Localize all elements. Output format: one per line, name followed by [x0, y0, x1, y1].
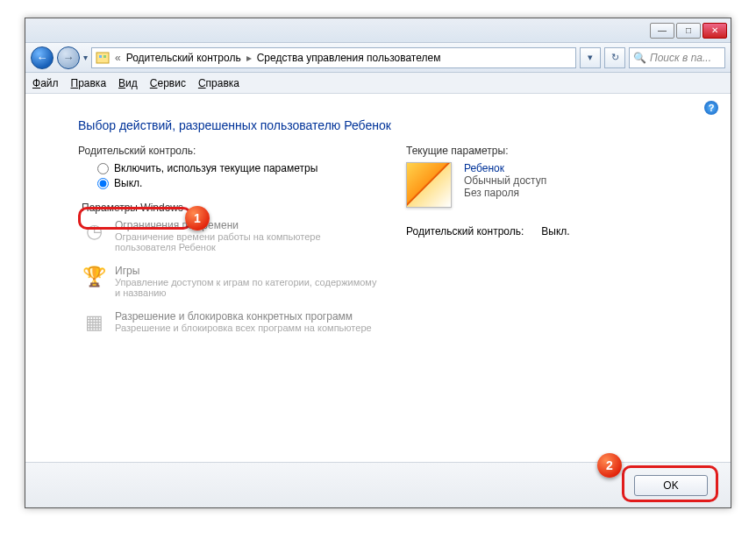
user-password-status: Без пароля — [464, 187, 546, 199]
breadcrumb-item[interactable]: Средства управления пользователем — [257, 52, 441, 64]
option-title: Ограничения по времени — [115, 219, 380, 231]
section-windows-params: Параметры Windows — [82, 202, 380, 214]
option-time-limits: ◷ Ограничения по времени Ограничение вре… — [82, 219, 380, 252]
breadcrumb-item[interactable]: Родительский контроль — [126, 52, 241, 64]
menu-view[interactable]: Вид — [118, 77, 138, 89]
menu-help[interactable]: Справка — [198, 77, 239, 89]
menubar: Файл Правка Вид Сервис Справка — [25, 73, 731, 94]
user-type: Обычный доступ — [464, 174, 546, 187]
status-value: Выкл. — [541, 225, 569, 238]
page-title: Выбор действий, разрешенных пользователю… — [78, 118, 687, 132]
close-button[interactable]: ✕ — [703, 23, 727, 39]
search-icon: 🔍 — [633, 52, 646, 64]
radio-enable[interactable] — [97, 163, 109, 174]
option-title: Разрешение и блокировка конкретных прогр… — [115, 310, 372, 323]
titlebar: — □ ✕ — [25, 18, 731, 43]
svg-rect-1 — [99, 55, 102, 58]
chevron-right-icon: ▸ — [246, 52, 252, 64]
window: — □ ✕ ← → ▾ « Родительский контроль ▸ Ср… — [25, 18, 731, 508]
option-programs: ▦ Разрешение и блокировка конкретных про… — [82, 310, 380, 335]
search-input[interactable]: 🔍 Поиск в па... — [629, 47, 725, 68]
refresh-button[interactable]: ↻ — [604, 47, 625, 68]
radio-disable[interactable] — [97, 178, 109, 189]
section-current-params: Текущие параметры: — [406, 145, 687, 157]
avatar — [406, 162, 452, 208]
forward-button[interactable]: → — [57, 46, 80, 69]
navbar: ← → ▾ « Родительский контроль ▸ Средства… — [25, 43, 731, 73]
option-desc: Ограничение времени работы на компьютере… — [115, 231, 380, 252]
svg-rect-2 — [103, 55, 106, 58]
svg-rect-0 — [96, 53, 109, 63]
radio-disable-label[interactable]: Выкл. — [114, 177, 142, 189]
option-desc: Управление доступом к играм по категории… — [115, 277, 380, 298]
option-title: Игры — [115, 265, 380, 277]
option-desc: Разрешение и блокировка всех программ на… — [115, 323, 372, 333]
ok-button[interactable]: OK — [634, 475, 708, 496]
status-label: Родительский контроль: — [406, 225, 524, 238]
search-placeholder: Поиск в па... — [650, 52, 711, 64]
menu-file[interactable]: Файл — [32, 77, 59, 89]
maximize-button[interactable]: □ — [676, 23, 701, 39]
location-icon — [96, 51, 110, 65]
blocks-icon: ▦ — [82, 310, 106, 335]
breadcrumb-prefix: « — [115, 52, 121, 64]
user-card: Ребенок Обычный доступ Без пароля — [406, 162, 687, 208]
back-button[interactable]: ← — [31, 46, 53, 69]
section-parental-control: Родительский контроль: — [78, 145, 380, 157]
help-icon[interactable]: ? — [704, 101, 718, 115]
radio-enable-label[interactable]: Включить, используя текущие параметры — [114, 162, 317, 174]
address-bar[interactable]: « Родительский контроль ▸ Средства управ… — [91, 47, 576, 68]
trophy-icon: 🏆 — [82, 265, 106, 289]
user-name: Ребенок — [464, 162, 546, 174]
content-area: ? Выбор действий, разрешенных пользовате… — [25, 94, 731, 462]
clock-icon: ◷ — [82, 219, 106, 244]
footer: OK — [25, 462, 731, 507]
menu-edit[interactable]: Правка — [71, 77, 107, 89]
address-dropdown-button[interactable]: ▾ — [580, 47, 601, 68]
nav-history-dropdown[interactable]: ▾ — [83, 53, 88, 62]
option-games: 🏆 Игры Управление доступом к играм по ка… — [82, 265, 380, 298]
menu-tools[interactable]: Сервис — [150, 77, 186, 89]
minimize-button[interactable]: — — [650, 23, 674, 39]
